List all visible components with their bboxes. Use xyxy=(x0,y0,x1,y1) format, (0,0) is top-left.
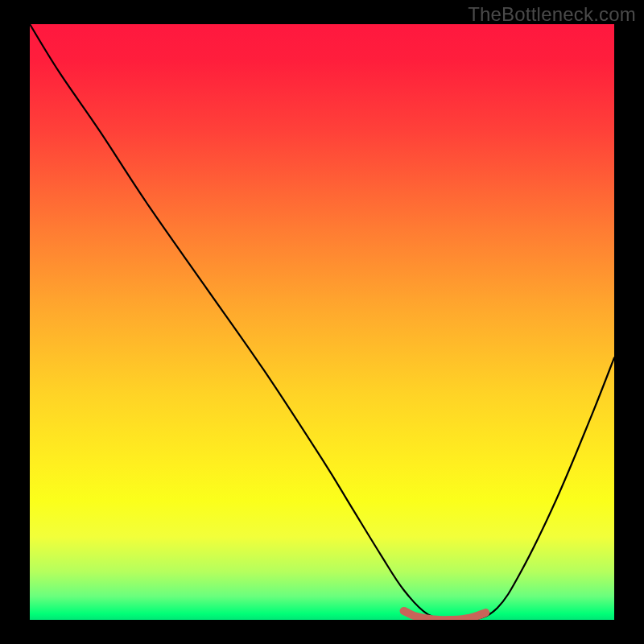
curve-svg xyxy=(30,24,614,620)
watermark-text: TheBottleneck.com xyxy=(468,3,636,26)
chart-frame: TheBottleneck.com xyxy=(0,0,644,644)
bottleneck-curve xyxy=(30,24,614,620)
plot-area xyxy=(30,24,614,620)
min-marker-curve xyxy=(404,611,486,620)
